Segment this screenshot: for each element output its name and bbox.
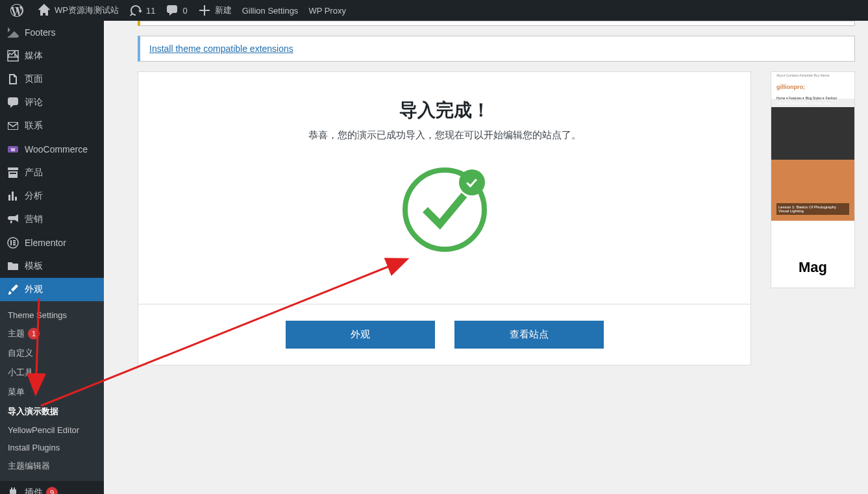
demo-name: Mag <box>771 247 854 288</box>
mail-icon <box>6 119 19 132</box>
success-title: 导入完成！ <box>158 98 731 123</box>
submenu-customize[interactable]: 自定义 <box>0 343 104 363</box>
notice-info: Install theme compatible extensions <box>138 36 855 62</box>
check-badge-icon <box>459 169 485 195</box>
demo-thumbnail: About Contacts Advertise Buy theme gilli… <box>771 72 854 247</box>
wordpress-icon <box>10 4 23 17</box>
comments-count: 0 <box>182 6 187 16</box>
site-name-label: WP资源海测试站 <box>55 5 119 16</box>
success-check-icon <box>403 167 487 252</box>
appearance-button[interactable]: 外观 <box>286 321 435 349</box>
new-content[interactable]: 新建 <box>193 0 237 21</box>
demo-preview-card[interactable]: About Contacts Advertise Buy theme gilli… <box>771 71 855 288</box>
media-icon <box>6 49 19 62</box>
wp-proxy[interactable]: WP Proxy <box>303 0 351 21</box>
chart-icon <box>6 190 19 203</box>
admin-bar: WP资源海测试站 11 0 新建 Gillion Settings WP Pro… <box>0 0 868 21</box>
sidebar-item-footers[interactable]: Footers <box>0 21 104 44</box>
brush-icon <box>6 283 19 296</box>
woo-icon: W <box>6 143 19 156</box>
comments-icon <box>6 96 19 109</box>
sidebar-item-pages[interactable]: 页面 <box>0 68 104 91</box>
sidebar-item-media[interactable]: 媒体 <box>0 44 104 68</box>
comments[interactable]: 0 <box>160 0 192 21</box>
sidebar-item-woocommerce[interactable]: W WooCommerce <box>0 138 104 161</box>
sidebar-item-appearance[interactable]: 外观 <box>0 278 104 301</box>
folder-icon <box>6 260 19 273</box>
elementor-icon <box>6 236 19 249</box>
sidebar-item-comments[interactable]: 评论 <box>0 91 104 114</box>
sidebar-item-marketing[interactable]: 营销 <box>0 208 104 231</box>
sidebar-item-contact[interactable]: 联系 <box>0 114 104 138</box>
main-content: Install theme compatible extensions 导入完成… <box>104 21 868 378</box>
wp-logo[interactable] <box>5 0 32 21</box>
footer-icon <box>6 26 19 39</box>
sidebar-item-elementor[interactable]: Elementor <box>0 231 104 254</box>
product-icon <box>6 166 19 179</box>
comment-icon <box>166 4 179 17</box>
demo-preview-panel: About Contacts Advertise Buy theme gilli… <box>771 71 855 365</box>
page-icon <box>6 73 19 86</box>
sidebar-item-products[interactable]: 产品 <box>0 161 104 184</box>
updates-count: 11 <box>146 6 155 16</box>
submenu-theme-settings[interactable]: Theme Settings <box>0 306 104 324</box>
notice-warning <box>138 21 855 26</box>
gillion-settings[interactable]: Gillion Settings <box>237 0 304 21</box>
svg-text:W: W <box>11 147 16 152</box>
new-label: 新建 <box>215 5 232 16</box>
submenu-themes[interactable]: 主题1 <box>0 324 104 343</box>
themes-badge: 1 <box>28 328 40 340</box>
appearance-submenu: Theme Settings 主题1 自定义 小工具 菜单 导入演示数据 Yel… <box>0 301 104 378</box>
megaphone-icon <box>6 213 19 226</box>
sidebar-item-analytics[interactable]: 分析 <box>0 184 104 208</box>
sidebar-item-templates[interactable]: 模板 <box>0 254 104 278</box>
updates[interactable]: 11 <box>124 0 160 21</box>
install-extensions-link[interactable]: Install theme compatible extensions <box>149 43 293 54</box>
submenu-widgets[interactable]: 小工具 <box>0 363 104 378</box>
action-buttons: 外观 查看站点 <box>138 304 750 365</box>
import-success-panel: 导入完成！ 恭喜，您的演示已成功导入，您现在可以开始编辑您的站点了。 外观 查看… <box>138 71 751 365</box>
view-site-button[interactable]: 查看站点 <box>454 321 604 349</box>
plus-icon <box>198 4 211 17</box>
success-description: 恭喜，您的演示已成功导入，您现在可以开始编辑您的站点了。 <box>158 129 731 142</box>
admin-sidebar: Footers 媒体 页面 评论 联系 W WooCommerce 产品 分析 … <box>0 21 104 378</box>
home-icon <box>38 4 51 17</box>
site-name[interactable]: WP资源海测试站 <box>32 0 124 21</box>
update-icon <box>129 4 142 17</box>
